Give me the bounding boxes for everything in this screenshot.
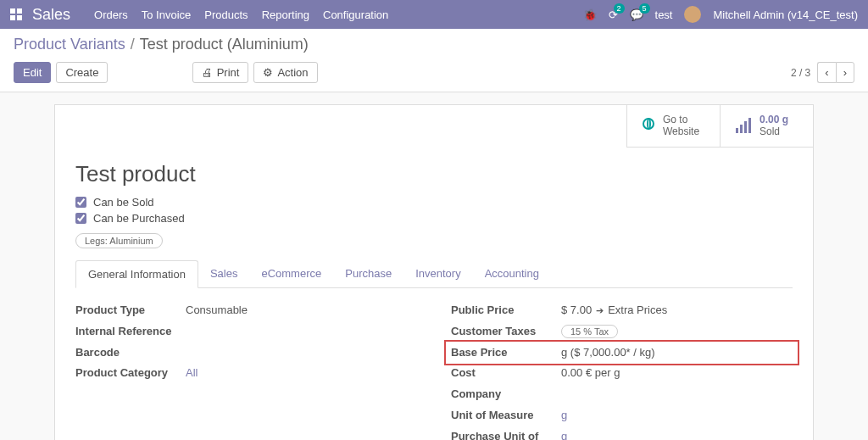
can-be-purchased-checkbox[interactable] bbox=[75, 213, 86, 224]
value-base-price: g ($ 7,000.00* / kg) bbox=[561, 346, 793, 360]
label-internal-reference: Internal Reference bbox=[75, 325, 186, 339]
tabs: General Information Sales eCommerce Purc… bbox=[75, 260, 793, 288]
bug-icon[interactable]: 🐞 bbox=[583, 8, 597, 21]
navbar-menu: Orders To Invoice Products Reporting Con… bbox=[94, 8, 388, 21]
value-cost: 0.00 € per g bbox=[561, 366, 793, 381]
apps-icon[interactable] bbox=[10, 8, 22, 20]
menu-to-invoice[interactable]: To Invoice bbox=[142, 8, 192, 21]
form-sheet: Go toWebsite 0.00 gSold Test product Can… bbox=[54, 104, 814, 440]
label-barcode: Barcode bbox=[75, 346, 186, 360]
link-extra-prices[interactable]: Extra Prices bbox=[608, 304, 667, 316]
print-button[interactable]: 🖨Print bbox=[192, 62, 249, 83]
value-purchase-uom[interactable]: g bbox=[561, 430, 793, 440]
menu-products[interactable]: Products bbox=[204, 8, 248, 21]
label-company: Company bbox=[451, 387, 561, 402]
tab-accounting[interactable]: Accounting bbox=[473, 260, 551, 287]
highlight-base-price: Base Priceg ($ 7,000.00* / kg) bbox=[444, 340, 799, 366]
pager-next[interactable]: › bbox=[836, 62, 854, 83]
globe-icon bbox=[643, 118, 654, 133]
create-button[interactable]: Create bbox=[56, 62, 108, 83]
tab-purchase[interactable]: Purchase bbox=[333, 260, 403, 287]
breadcrumb: Product Variants/Test product (Aluminium… bbox=[14, 36, 854, 53]
label-public-price: Public Price bbox=[451, 304, 561, 318]
value-internal-reference bbox=[186, 325, 417, 339]
can-be-sold-checkbox[interactable] bbox=[75, 197, 86, 208]
label-product-type: Product Type bbox=[75, 304, 186, 318]
label-base-price: Base Price bbox=[451, 346, 561, 360]
edit-button[interactable]: Edit bbox=[14, 62, 51, 83]
left-column: Product TypeConsumable Internal Referenc… bbox=[75, 304, 417, 440]
can-be-purchased-label: Can be Purchased bbox=[93, 212, 185, 225]
stat-go-to-website[interactable]: Go toWebsite bbox=[626, 105, 720, 148]
sheet-wrap: Go toWebsite 0.00 gSold Test product Can… bbox=[0, 92, 868, 440]
label-cost: Cost bbox=[451, 366, 561, 381]
stat-buttons: Go toWebsite 0.00 gSold bbox=[55, 105, 813, 148]
pager-prev[interactable]: ‹ bbox=[817, 62, 835, 83]
menu-reporting[interactable]: Reporting bbox=[262, 8, 309, 21]
tax-tag: 15 % Tax bbox=[561, 325, 618, 338]
chat-icon[interactable]: 💬5 bbox=[630, 8, 643, 21]
label-customer-taxes: Customer Taxes bbox=[451, 325, 561, 339]
navbar: Sales Orders To Invoice Products Reporti… bbox=[0, 0, 868, 29]
tab-inventory[interactable]: Inventory bbox=[403, 260, 472, 287]
db-name: test bbox=[655, 8, 673, 21]
tab-ecommerce[interactable]: eCommerce bbox=[249, 260, 333, 287]
menu-configuration[interactable]: Configuration bbox=[323, 8, 388, 21]
value-company bbox=[561, 387, 793, 402]
label-product-category: Product Category bbox=[75, 366, 186, 381]
variant-tag: Legs: Aluminium bbox=[75, 233, 163, 248]
value-public-price: $ 7.00 bbox=[561, 304, 592, 316]
print-icon: 🖨 bbox=[202, 66, 213, 79]
avatar[interactable] bbox=[684, 6, 701, 23]
action-button[interactable]: ⚙Action bbox=[253, 62, 317, 83]
stat-sold[interactable]: 0.00 gSold bbox=[720, 105, 813, 148]
value-product-type: Consumable bbox=[186, 304, 417, 318]
app-brand[interactable]: Sales bbox=[32, 6, 70, 24]
menu-orders[interactable]: Orders bbox=[94, 8, 128, 21]
label-purchase-uom: Purchase Unit of Measure bbox=[451, 430, 561, 440]
navbar-right: 🐞 ⟳2 💬5 test Mitchell Admin (v14_CE_test… bbox=[583, 6, 858, 23]
user-name[interactable]: Mitchell Admin (v14_CE_test) bbox=[713, 8, 858, 21]
arrow-right-icon: ➔ bbox=[596, 305, 604, 315]
bars-icon bbox=[736, 118, 751, 133]
value-barcode bbox=[186, 346, 417, 360]
control-panel: Product Variants/Test product (Aluminium… bbox=[0, 29, 868, 92]
tab-sales[interactable]: Sales bbox=[198, 260, 250, 287]
page-title: Test product bbox=[75, 161, 793, 187]
label-unit-of-measure: Unit of Measure bbox=[451, 409, 561, 423]
value-product-category[interactable]: All bbox=[186, 366, 417, 381]
gear-icon: ⚙ bbox=[263, 66, 273, 79]
pager-text[interactable]: 2 / 3 bbox=[791, 67, 810, 79]
activity-icon[interactable]: ⟳2 bbox=[609, 8, 618, 21]
can-be-sold-label: Can be Sold bbox=[93, 196, 154, 209]
breadcrumb-root[interactable]: Product Variants bbox=[14, 36, 125, 53]
tab-general-information[interactable]: General Information bbox=[75, 260, 198, 288]
right-column: Public Price$ 7.00➔Extra Prices Customer… bbox=[451, 304, 793, 440]
value-unit-of-measure[interactable]: g bbox=[561, 409, 793, 423]
breadcrumb-current: Test product (Aluminium) bbox=[140, 36, 309, 53]
